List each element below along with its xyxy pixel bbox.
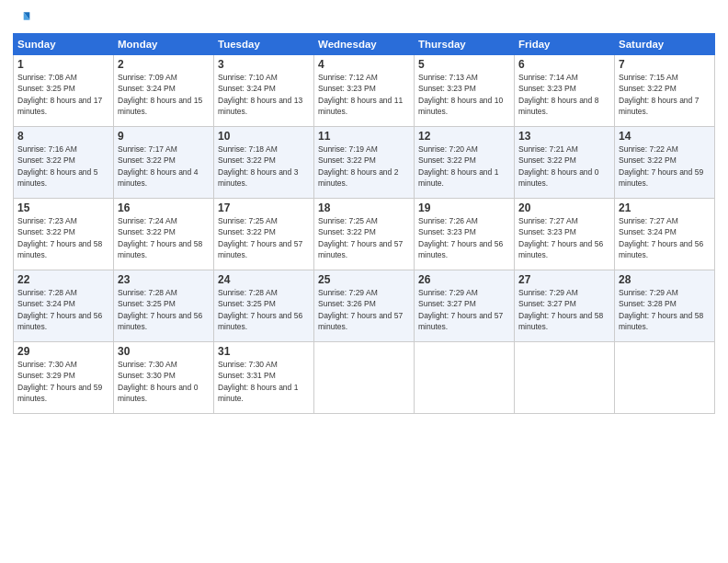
day-number: 6 xyxy=(518,58,610,71)
header xyxy=(13,9,715,28)
day-info: Sunrise: 7:29 AMSunset: 3:28 PMDaylight:… xyxy=(619,288,703,331)
day-cell: 25Sunrise: 7:29 AMSunset: 3:26 PMDayligh… xyxy=(314,270,415,342)
day-cell: 24Sunrise: 7:28 AMSunset: 3:25 PMDayligh… xyxy=(214,270,314,342)
day-info: Sunrise: 7:28 AMSunset: 3:25 PMDaylight:… xyxy=(118,288,202,331)
day-cell: 13Sunrise: 7:21 AMSunset: 3:22 PMDayligh… xyxy=(515,127,615,199)
day-info: Sunrise: 7:13 AMSunset: 3:23 PMDaylight:… xyxy=(418,73,503,116)
day-number: 4 xyxy=(318,58,410,71)
week-row-3: 15Sunrise: 7:23 AMSunset: 3:22 PMDayligh… xyxy=(14,199,715,270)
day-cell: 10Sunrise: 7:18 AMSunset: 3:22 PMDayligh… xyxy=(214,127,314,199)
day-number: 5 xyxy=(418,58,510,71)
day-number: 12 xyxy=(418,130,510,143)
day-number: 8 xyxy=(17,130,109,143)
day-cell: 9Sunrise: 7:17 AMSunset: 3:22 PMDaylight… xyxy=(114,127,214,199)
day-number: 26 xyxy=(418,273,510,286)
day-info: Sunrise: 7:10 AMSunset: 3:24 PMDaylight:… xyxy=(218,73,302,116)
day-info: Sunrise: 7:12 AMSunset: 3:23 PMDaylight:… xyxy=(318,73,403,116)
day-number: 17 xyxy=(218,201,310,214)
day-number: 25 xyxy=(318,273,410,286)
week-row-2: 8Sunrise: 7:16 AMSunset: 3:22 PMDaylight… xyxy=(14,127,715,199)
day-cell: 20Sunrise: 7:27 AMSunset: 3:23 PMDayligh… xyxy=(515,199,615,270)
day-cell: 23Sunrise: 7:28 AMSunset: 3:25 PMDayligh… xyxy=(114,270,214,342)
week-row-4: 22Sunrise: 7:28 AMSunset: 3:24 PMDayligh… xyxy=(14,270,715,342)
day-cell: 11Sunrise: 7:19 AMSunset: 3:22 PMDayligh… xyxy=(314,127,415,199)
day-number: 24 xyxy=(218,273,310,286)
day-cell: 15Sunrise: 7:23 AMSunset: 3:22 PMDayligh… xyxy=(14,199,114,270)
day-cell: 17Sunrise: 7:25 AMSunset: 3:22 PMDayligh… xyxy=(214,199,314,270)
day-number: 27 xyxy=(518,273,610,286)
day-info: Sunrise: 7:28 AMSunset: 3:24 PMDaylight:… xyxy=(17,288,102,331)
day-number: 9 xyxy=(118,130,210,143)
day-info: Sunrise: 7:26 AMSunset: 3:23 PMDaylight:… xyxy=(418,216,503,259)
col-header-sunday: Sunday xyxy=(14,34,114,55)
day-number: 30 xyxy=(118,345,210,358)
day-number: 18 xyxy=(318,201,410,214)
day-info: Sunrise: 7:29 AMSunset: 3:27 PMDaylight:… xyxy=(518,288,603,331)
day-number: 14 xyxy=(619,130,711,143)
day-number: 21 xyxy=(619,201,711,214)
day-number: 2 xyxy=(118,58,210,71)
day-cell: 27Sunrise: 7:29 AMSunset: 3:27 PMDayligh… xyxy=(515,270,615,342)
day-cell: 31Sunrise: 7:30 AMSunset: 3:31 PMDayligh… xyxy=(214,342,314,414)
day-info: Sunrise: 7:08 AMSunset: 3:25 PMDaylight:… xyxy=(17,73,102,116)
day-info: Sunrise: 7:27 AMSunset: 3:24 PMDaylight:… xyxy=(619,216,703,259)
col-header-friday: Friday xyxy=(515,34,615,55)
day-cell xyxy=(515,342,615,414)
day-info: Sunrise: 7:15 AMSunset: 3:22 PMDaylight:… xyxy=(619,73,699,116)
day-cell: 30Sunrise: 7:30 AMSunset: 3:30 PMDayligh… xyxy=(114,342,214,414)
day-number: 3 xyxy=(218,58,310,71)
day-info: Sunrise: 7:22 AMSunset: 3:22 PMDaylight:… xyxy=(619,144,703,188)
day-cell xyxy=(615,342,715,414)
day-cell: 7Sunrise: 7:15 AMSunset: 3:22 PMDaylight… xyxy=(615,55,715,127)
day-cell: 21Sunrise: 7:27 AMSunset: 3:24 PMDayligh… xyxy=(615,199,715,270)
day-info: Sunrise: 7:23 AMSunset: 3:22 PMDaylight:… xyxy=(17,216,102,259)
day-cell: 26Sunrise: 7:29 AMSunset: 3:27 PMDayligh… xyxy=(415,270,515,342)
day-cell xyxy=(415,342,515,414)
day-number: 13 xyxy=(518,130,610,143)
day-number: 1 xyxy=(17,58,109,71)
day-cell: 1Sunrise: 7:08 AMSunset: 3:25 PMDaylight… xyxy=(14,55,114,127)
day-number: 23 xyxy=(118,273,210,286)
header-row: SundayMondayTuesdayWednesdayThursdayFrid… xyxy=(14,34,715,55)
week-row-1: 1Sunrise: 7:08 AMSunset: 3:25 PMDaylight… xyxy=(14,55,715,127)
calendar-table: SundayMondayTuesdayWednesdayThursdayFrid… xyxy=(13,33,715,414)
day-info: Sunrise: 7:09 AMSunset: 3:24 PMDaylight:… xyxy=(118,73,202,116)
day-info: Sunrise: 7:24 AMSunset: 3:22 PMDaylight:… xyxy=(118,216,202,259)
day-info: Sunrise: 7:17 AMSunset: 3:22 PMDaylight:… xyxy=(118,144,198,188)
day-info: Sunrise: 7:25 AMSunset: 3:22 PMDaylight:… xyxy=(218,216,302,259)
day-cell: 12Sunrise: 7:20 AMSunset: 3:22 PMDayligh… xyxy=(415,127,515,199)
day-cell: 3Sunrise: 7:10 AMSunset: 3:24 PMDaylight… xyxy=(214,55,314,127)
day-cell: 14Sunrise: 7:22 AMSunset: 3:22 PMDayligh… xyxy=(615,127,715,199)
week-row-5: 29Sunrise: 7:30 AMSunset: 3:29 PMDayligh… xyxy=(14,342,715,414)
day-cell: 18Sunrise: 7:25 AMSunset: 3:22 PMDayligh… xyxy=(314,199,415,270)
logo-icon xyxy=(13,9,31,28)
day-cell: 19Sunrise: 7:26 AMSunset: 3:23 PMDayligh… xyxy=(415,199,515,270)
day-number: 16 xyxy=(118,201,210,214)
day-info: Sunrise: 7:19 AMSunset: 3:22 PMDaylight:… xyxy=(318,144,398,188)
col-header-thursday: Thursday xyxy=(415,34,515,55)
day-number: 15 xyxy=(17,201,109,214)
col-header-tuesday: Tuesday xyxy=(214,34,314,55)
day-cell: 6Sunrise: 7:14 AMSunset: 3:23 PMDaylight… xyxy=(515,55,615,127)
day-cell: 2Sunrise: 7:09 AMSunset: 3:24 PMDaylight… xyxy=(114,55,214,127)
day-info: Sunrise: 7:30 AMSunset: 3:30 PMDaylight:… xyxy=(118,360,198,403)
day-info: Sunrise: 7:29 AMSunset: 3:26 PMDaylight:… xyxy=(318,288,403,331)
day-number: 29 xyxy=(17,345,109,358)
day-number: 11 xyxy=(318,130,410,143)
day-cell: 29Sunrise: 7:30 AMSunset: 3:29 PMDayligh… xyxy=(14,342,114,414)
day-number: 28 xyxy=(619,273,711,286)
day-info: Sunrise: 7:20 AMSunset: 3:22 PMDaylight:… xyxy=(418,144,498,188)
day-info: Sunrise: 7:27 AMSunset: 3:23 PMDaylight:… xyxy=(518,216,603,259)
day-cell: 22Sunrise: 7:28 AMSunset: 3:24 PMDayligh… xyxy=(14,270,114,342)
day-number: 7 xyxy=(619,58,711,71)
page: SundayMondayTuesdayWednesdayThursdayFrid… xyxy=(0,0,728,563)
day-info: Sunrise: 7:29 AMSunset: 3:27 PMDaylight:… xyxy=(418,288,503,331)
day-cell: 28Sunrise: 7:29 AMSunset: 3:28 PMDayligh… xyxy=(615,270,715,342)
day-number: 31 xyxy=(218,345,310,358)
logo-text xyxy=(13,9,35,28)
day-info: Sunrise: 7:30 AMSunset: 3:31 PMDaylight:… xyxy=(218,360,298,403)
day-info: Sunrise: 7:16 AMSunset: 3:22 PMDaylight:… xyxy=(17,144,97,188)
day-number: 10 xyxy=(218,130,310,143)
day-info: Sunrise: 7:21 AMSunset: 3:22 PMDaylight:… xyxy=(518,144,598,188)
day-cell: 4Sunrise: 7:12 AMSunset: 3:23 PMDaylight… xyxy=(314,55,415,127)
